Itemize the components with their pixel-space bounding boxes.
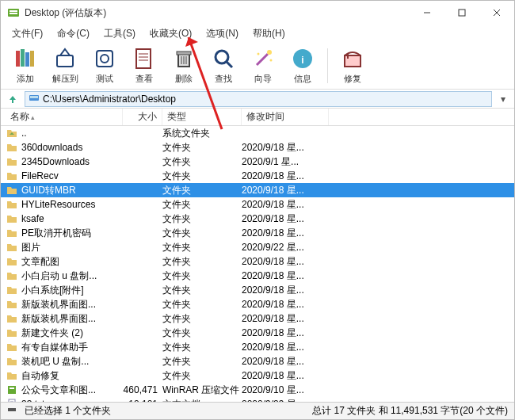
- cell-name: FileRecv: [21, 170, 123, 181]
- path-bar: C:\Users\Administrator\Desktop ▾: [1, 90, 514, 109]
- list-item[interactable]: 新建文件夹 (2)文件夹2020/9/18 星...: [1, 326, 514, 340]
- repair-button[interactable]: 修复: [334, 44, 371, 88]
- toolbar-label: 测试: [96, 73, 113, 85]
- list-item[interactable]: FileRecv文件夹2020/9/18 星...: [1, 169, 514, 183]
- extract-button[interactable]: 解压到: [47, 44, 83, 88]
- svg-point-26: [267, 50, 272, 55]
- cell-type: 文件夹: [162, 312, 242, 326]
- folder-icon: [6, 284, 18, 296]
- svg-line-25: [257, 54, 268, 65]
- test-icon: [92, 46, 117, 71]
- list-item[interactable]: 有专自媒体助手文件夹2020/9/18 星...: [1, 340, 514, 354]
- folder-icon: [6, 170, 18, 182]
- path-dropdown[interactable]: ▾: [497, 94, 509, 105]
- cell-name: 小白系统[附件]: [21, 284, 123, 297]
- info-icon: i: [290, 46, 315, 71]
- list-item[interactable]: 公众号文章和图...460,471WinRAR 压缩文件2020/9/10 星.…: [1, 383, 514, 397]
- svg-rect-36: [10, 388, 14, 389]
- list-item[interactable]: HYLiteResources文件夹2020/9/18 星...: [1, 197, 514, 212]
- list-item[interactable]: 小白系统[附件]文件夹2020/9/18 星...: [1, 283, 514, 297]
- drive-icon: [29, 92, 40, 105]
- header-size[interactable]: 大小: [123, 109, 162, 125]
- svg-rect-4: [459, 10, 465, 16]
- rar-icon: [6, 384, 18, 396]
- up-button[interactable]: [6, 92, 20, 106]
- cell-name: ..: [21, 128, 123, 139]
- cell-type: 文件夹: [162, 255, 242, 269]
- list-item[interactable]: 小白启动 u 盘制...文件夹2020/9/18 星...: [1, 269, 514, 283]
- list-item[interactable]: 图片文件夹2020/9/22 星...: [1, 240, 514, 254]
- path-box[interactable]: C:\Users\Administrator\Desktop: [25, 91, 492, 107]
- menu-item-0[interactable]: 文件(F): [6, 25, 49, 42]
- info-button[interactable]: i信息: [284, 44, 321, 88]
- cell-name: 小白启动 u 盘制...: [21, 269, 123, 283]
- list-item[interactable]: 装机吧 U 盘制...文件夹2020/9/18 星...: [1, 354, 514, 368]
- toolbar-label: 查找: [215, 73, 232, 85]
- list-item[interactable]: ..系统文件夹: [1, 126, 514, 140]
- cell-date: 2020/9/18 星...: [242, 284, 329, 297]
- maximize-button[interactable]: [444, 1, 479, 25]
- header-name[interactable]: 名称▴: [6, 109, 123, 125]
- cell-date: 2020/9/18 星...: [242, 212, 329, 226]
- wizard-button[interactable]: 向导: [245, 44, 281, 88]
- cell-date: 2020/9/1 星...: [242, 155, 329, 169]
- status-left: 已经选择 1 个文件夹: [25, 404, 306, 418]
- trash-icon: [171, 46, 196, 71]
- folder-icon: [6, 184, 18, 197]
- menu-item-2[interactable]: 工具(S): [97, 25, 142, 42]
- toolbar-label: 添加: [17, 73, 34, 85]
- list-item[interactable]: 自动修复文件夹2020/9/18 星...: [1, 368, 514, 383]
- status-icon: [7, 405, 18, 417]
- test-button[interactable]: 测试: [86, 44, 123, 88]
- repair-icon: [340, 46, 365, 71]
- cell-date: 2020/9/18 星...: [242, 298, 329, 311]
- cell-date: 2020/9/22 星...: [242, 241, 329, 254]
- list-item[interactable]: 文章配图文件夹2020/9/18 星...: [1, 254, 514, 269]
- header-date[interactable]: 修改时间: [242, 109, 329, 125]
- cell-name: 公众号文章和图...: [21, 384, 123, 397]
- cell-name: 有专自媒体助手: [21, 341, 123, 354]
- status-bar: 已经选择 1 个文件夹 总计 17 文件夹 和 11,491,531 字节(20…: [1, 402, 514, 419]
- file-list[interactable]: ..系统文件夹360downloads文件夹2020/9/18 星...2345…: [1, 126, 514, 402]
- list-item[interactable]: 新版装机界面图...文件夹2020/9/18 星...: [1, 297, 514, 311]
- svg-text:i: i: [301, 55, 303, 66]
- svg-rect-7: [16, 51, 20, 67]
- list-item[interactable]: GUID转MBR文件夹2020/9/18 星...: [1, 183, 514, 197]
- list-item[interactable]: ksafe文件夹2020/9/18 星...: [1, 212, 514, 226]
- menu-item-3[interactable]: 收藏夹(O): [143, 25, 198, 42]
- cell-date: 2020/9/18 星...: [242, 170, 329, 183]
- find-button[interactable]: 查找: [205, 44, 242, 88]
- view-button[interactable]: 查看: [126, 44, 162, 88]
- titlebar: Desktop (评估版本): [1, 1, 514, 25]
- cell-type: 文件夹: [162, 298, 242, 311]
- cell-date: 2020/9/10 星...: [242, 384, 329, 397]
- cell-name: 360downloads: [21, 142, 123, 153]
- cell-date: 2020/9/18 星...: [242, 184, 329, 197]
- list-item[interactable]: PE取消开机密码文件夹2020/9/18 星...: [1, 226, 514, 240]
- folder-icon: [6, 369, 18, 382]
- menu-item-4[interactable]: 选项(N): [200, 25, 245, 42]
- minimize-button[interactable]: [410, 1, 444, 25]
- status-right: 总计 17 文件夹 和 11,491,531 字节(20 个文件): [312, 404, 508, 418]
- cell-name: HYLiteResources: [21, 199, 123, 210]
- svg-rect-11: [57, 55, 73, 67]
- header-type[interactable]: 类型: [162, 109, 242, 125]
- cell-size: 460,471: [123, 384, 162, 395]
- toolbar-separator: [327, 48, 328, 83]
- delete-button[interactable]: 删除: [166, 44, 202, 88]
- cell-type: 文件夹: [162, 227, 242, 240]
- close-button[interactable]: [479, 1, 514, 25]
- svg-point-28: [270, 59, 273, 62]
- folder-icon: [6, 312, 18, 325]
- cell-date: 2020/9/18 星...: [242, 341, 329, 354]
- list-item[interactable]: 360downloads文件夹2020/9/18 星...: [1, 140, 514, 155]
- menu-item-1[interactable]: 命令(C): [51, 25, 96, 42]
- cell-type: 文件夹: [162, 198, 242, 212]
- path-text: C:\Users\Administrator\Desktop: [43, 94, 176, 105]
- svg-rect-35: [8, 386, 16, 394]
- add-button[interactable]: 添加: [7, 44, 44, 88]
- menu-item-5[interactable]: 帮助(H): [246, 25, 292, 42]
- svg-rect-12: [97, 51, 113, 67]
- list-item[interactable]: 新版装机界面图...文件夹2020/9/18 星...: [1, 311, 514, 326]
- list-item[interactable]: 2345Downloads文件夹2020/9/1 星...: [1, 155, 514, 169]
